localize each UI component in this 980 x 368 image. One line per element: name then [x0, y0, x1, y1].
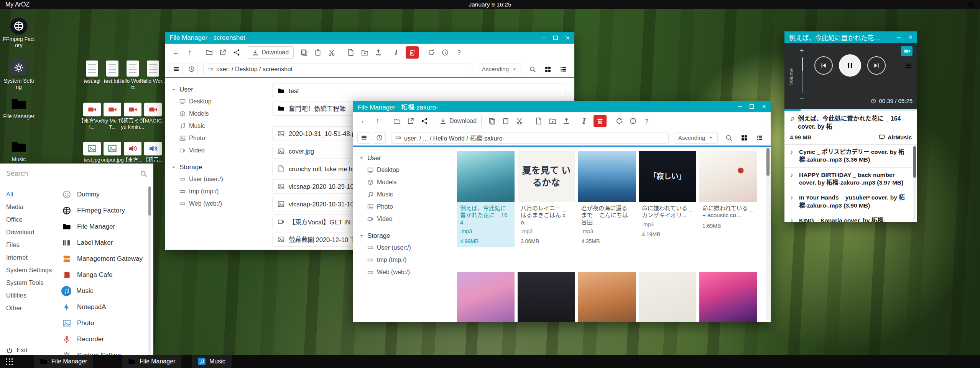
- category-media[interactable]: Media: [0, 201, 58, 213]
- app-item-file-manager[interactable]: File Manager: [58, 219, 147, 235]
- open-external-button[interactable]: [216, 46, 229, 59]
- open-external-button[interactable]: [404, 115, 417, 127]
- up-button[interactable]: ↑: [371, 115, 384, 127]
- search-icon[interactable]: [140, 170, 147, 177]
- open-folder-button[interactable]: [202, 46, 215, 59]
- app-item-recorder[interactable]: Recorder: [58, 331, 147, 347]
- file-tile[interactable]: 四季折々に揺蕩...: [457, 272, 515, 322]
- sort-dropdown[interactable]: Ascending: [674, 132, 718, 144]
- new-file-button[interactable]: [532, 115, 545, 127]
- app-item-ffmpeg-factory[interactable]: FFmpeg Factory: [58, 203, 147, 219]
- list-mode-button[interactable]: [357, 132, 370, 144]
- scrollbar[interactable]: [913, 146, 916, 221]
- list-view-button[interactable]: [557, 63, 570, 75]
- download-button[interactable]: Download: [435, 115, 482, 127]
- sidebar-item-desktop[interactable]: Desktop: [165, 95, 264, 108]
- desktop-icon-ffmpeg-factory[interactable]: FFmpeg Factory: [2, 18, 35, 48]
- category-internet[interactable]: Internet: [0, 251, 58, 264]
- close-button[interactable]: ×: [762, 103, 766, 110]
- window-titlebar[interactable]: File Manager - screenshot − ×: [165, 32, 574, 44]
- sidebar-item-video[interactable]: Video: [353, 213, 452, 225]
- sort-dropdown[interactable]: Ascending: [478, 64, 521, 75]
- file-row[interactable]: test: [272, 83, 566, 98]
- history-button[interactable]: [373, 132, 386, 144]
- sidebar-item-storage-web[interactable]: Web (web:/): [165, 198, 264, 210]
- grid-view-button[interactable]: [541, 63, 554, 75]
- open-folder-button[interactable]: [390, 115, 403, 127]
- new-folder-button[interactable]: [546, 115, 559, 127]
- path-bar[interactable]: user: / Desktop / screenshot: [203, 64, 472, 75]
- progress-bar[interactable]: [784, 109, 917, 111]
- scrollbar-handle[interactable]: [766, 148, 770, 176]
- app-item-dummy[interactable]: Dummy: [58, 186, 147, 203]
- scrollbar-handle[interactable]: [148, 186, 151, 216]
- delete-button[interactable]: [406, 46, 419, 59]
- history-button[interactable]: [185, 64, 198, 75]
- scrollbar-handle[interactable]: [913, 146, 916, 178]
- volume-up-button[interactable]: +: [800, 47, 804, 55]
- file-tile[interactable]: 薔と薔薇 _ 春火月...: [578, 272, 636, 322]
- back-button[interactable]: ←: [357, 115, 370, 127]
- desktop-icon-music[interactable]: Music: [2, 139, 35, 162]
- window-titlebar[interactable]: 例えば、今此処に置かれた花に _ 164 c... − ×: [784, 31, 917, 43]
- info-button[interactable]: [626, 115, 640, 127]
- desktop-file-video-4[interactable]: 【MAGIC...: [138, 103, 168, 124]
- scrollbar[interactable]: [148, 186, 151, 357]
- playlist-item[interactable]: ♪KING _ Kanaria cover. by 柘榴-zakuro-.mp3…: [784, 213, 917, 222]
- delete-button[interactable]: [594, 115, 607, 127]
- share-button[interactable]: [230, 46, 243, 59]
- cast-button[interactable]: [901, 46, 913, 56]
- menu-icon[interactable]: [967, 1, 975, 8]
- paste-button[interactable]: [311, 46, 324, 59]
- sidebar-item-storage-tmp[interactable]: tmp (tmp:/): [353, 254, 452, 266]
- sidebar-item-storage-web[interactable]: Web (web:/): [353, 266, 452, 278]
- list-view-button[interactable]: [753, 132, 766, 144]
- exit-button[interactable]: Exit: [6, 347, 27, 354]
- new-folder-button[interactable]: [358, 46, 371, 59]
- category-files[interactable]: Files: [0, 239, 58, 251]
- playlist-item[interactable]: ♪In Your Hands _ yusukeP cover. by 柘榴-za…: [784, 190, 917, 213]
- taskbar-item-file-manager-2[interactable]: File Manager: [122, 355, 181, 368]
- app-item-manga-cafe[interactable]: Manga Cafe: [58, 267, 147, 283]
- window-titlebar[interactable]: File Manager - 柘榴-zakuro- − ×: [353, 101, 771, 112]
- desktop-file-hello-wor[interactable]: Hello Wor...: [138, 61, 168, 84]
- minimize-button[interactable]: −: [542, 34, 546, 41]
- maximize-button[interactable]: [553, 36, 558, 40]
- sidebar-item-models[interactable]: Models: [353, 176, 452, 188]
- file-tile[interactable]: 夏を見て いるかな 八月のレイニー _ はるまきごはん co... .mp3 3…: [518, 151, 575, 247]
- taskbar-item-file-manager-1[interactable]: File Manager: [34, 355, 93, 368]
- sidebar-header-storage[interactable]: Storage: [165, 160, 264, 173]
- category-other[interactable]: Other: [0, 302, 58, 314]
- file-tile[interactable]: 命に嫌われている _ + acoustic co... 1.69MB: [699, 151, 757, 247]
- minimize-button[interactable]: −: [738, 103, 742, 110]
- app-item-music[interactable]: Music: [58, 283, 147, 299]
- back-button[interactable]: ←: [169, 46, 183, 59]
- new-file-button[interactable]: [344, 46, 357, 59]
- category-all[interactable]: All: [0, 188, 58, 201]
- refresh-button[interactable]: [425, 46, 438, 59]
- cut-button[interactable]: [325, 46, 338, 59]
- file-tile[interactable]: 「寂しい」 命に嫌われている _ カンザキイオリ... .mp3 4.19MB: [639, 151, 696, 247]
- next-track-button[interactable]: [867, 56, 886, 75]
- copy-button[interactable]: [298, 46, 311, 59]
- search-icon[interactable]: [722, 132, 735, 144]
- sidebar-item-storage-user[interactable]: User (user:/): [165, 173, 264, 185]
- app-grid-icon[interactable]: [5, 358, 13, 365]
- file-tile[interactable]: 君が夜の海に還るまで _ こんにちは谷田... .mp3 4.35MB: [578, 151, 636, 247]
- previous-track-button[interactable]: [814, 56, 833, 75]
- app-item-label-maker[interactable]: Label Maker: [58, 235, 147, 251]
- output-device[interactable]: AirMusic: [879, 134, 912, 141]
- grid-view-button[interactable]: [738, 132, 751, 144]
- help-button[interactable]: [640, 115, 653, 127]
- download-button[interactable]: Download: [247, 46, 294, 59]
- sidebar-item-video[interactable]: Video: [165, 144, 264, 157]
- playlist-item[interactable]: ♪HAPPY BIRTHDAY _ back number cover. by …: [784, 168, 917, 191]
- sidebar-item-photo[interactable]: Photo: [353, 201, 452, 213]
- sidebar-header-storage[interactable]: Storage: [353, 229, 452, 242]
- sidebar-item-photo[interactable]: Photo: [165, 132, 264, 144]
- playlist-item[interactable]: ♪Cynic _ ポリスピカデリー cover. by 柘榴-zakuro-.m…: [784, 145, 917, 168]
- upload-button[interactable]: [560, 115, 573, 127]
- upload-button[interactable]: [372, 46, 385, 59]
- info-button[interactable]: [439, 46, 452, 59]
- sidebar-item-desktop[interactable]: Desktop: [353, 164, 452, 176]
